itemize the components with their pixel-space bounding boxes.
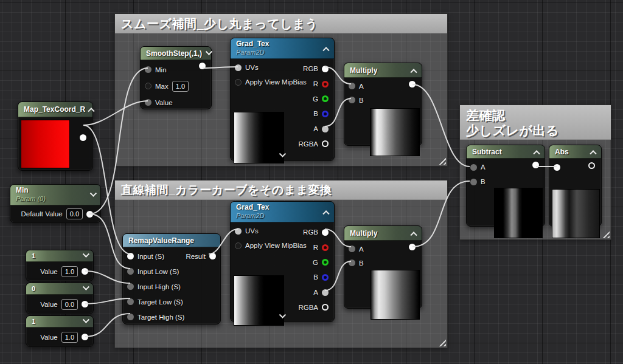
input-pin-a[interactable] [349,83,355,89]
collapse-chevron-up-icon[interactable] [410,232,417,238]
node-constant-one-b-header[interactable]: 1 [26,316,93,328]
output-pin-result[interactable] [409,244,416,250]
input-pin-mipbias[interactable] [235,242,242,249]
comment-linear-resize-handle-icon[interactable] [437,337,446,346]
node-gradtex-top[interactable]: Grad_Tex Param2D UVs Apply View MipBias … [230,38,335,161]
node-constant-zero-header[interactable]: 0 [26,283,93,295]
comment-diff-resize-handle-icon[interactable] [600,229,610,238]
output-pin-b[interactable] [322,111,329,117]
node-abs[interactable]: Abs [549,145,602,227]
output-pin-r[interactable] [322,244,329,251]
max-value-input[interactable]: 1.0 [172,81,189,92]
node-smoothstep[interactable]: SmoothStep(,1,) Min Max 1.0 Value [140,46,212,109]
input-pin-uvs[interactable] [235,228,242,235]
output-pin-result[interactable] [588,162,595,169]
input-pin-b[interactable] [470,179,477,185]
input-label-target-high: Target High (S) [137,314,184,321]
value-input[interactable]: 0.0 [61,299,78,310]
node-multiply-bottom[interactable]: Multiply A B [344,225,422,309]
input-pin-b[interactable] [349,97,355,103]
input-pin-target-high[interactable] [127,314,134,320]
collapse-chevron-up-icon[interactable] [322,47,329,53]
collapse-chevron-up-icon[interactable] [88,108,94,114]
value-input[interactable]: 1.0 [61,332,78,343]
input-pin-input-high[interactable] [127,283,134,290]
node-title: 0 [32,285,35,292]
comment-smooth-resize-handle-icon[interactable] [437,156,446,165]
node-map-texcoord-r[interactable]: Map_TexCoord_R [18,101,93,171]
node-gradtex-top-header[interactable]: Grad_Tex Param2D [231,38,334,59]
node-subtract-header[interactable]: Subtract [467,145,545,159]
output-pin-rgb[interactable] [322,229,329,236]
output-pin-result[interactable] [532,162,539,168]
input-pin-min[interactable] [145,66,151,73]
node-remapvaluerange-header[interactable]: RemapValueRange [123,234,220,247]
input-pin-input-low[interactable] [127,268,134,275]
output-pin-rgba[interactable] [322,140,329,147]
input-pin-target-low[interactable] [127,298,134,305]
collapse-chevron-down-icon[interactable] [83,284,89,290]
input-label-uvs: UVs [245,227,259,235]
comment-diff-title[interactable]: 差確認 少しズレが出る [460,105,611,140]
node-title: Grad_Tex [236,204,269,212]
input-pin-a[interactable] [470,164,477,171]
output-pin-texcoord[interactable] [80,134,86,141]
node-gradtex-bottom[interactable]: Grad_Tex Param2D UVs Apply View MipBias … [230,201,335,322]
input-pin-uvs[interactable] [235,64,242,71]
output-pin-g[interactable] [322,95,329,102]
input-pin-b[interactable] [349,259,355,266]
collapse-chevron-down-icon[interactable] [90,190,97,196]
output-pin-r[interactable] [322,81,329,88]
value-input[interactable]: 1.0 [61,266,78,277]
collapse-chevron-down-icon[interactable] [206,48,212,55]
input-label-value: Value [155,99,173,106]
node-multiply-top[interactable]: Multiply A B [344,63,422,146]
node-map-texcoord-r-header[interactable]: Map_TexCoord_R [18,102,92,117]
output-label-a: A [313,125,318,132]
input-pin-mipbias[interactable] [235,79,242,86]
collapse-chevron-up-icon[interactable] [322,210,329,217]
node-abs-header[interactable]: Abs [549,145,601,159]
node-constant-zero[interactable]: 0 Value 0.0 [26,283,94,314]
default-value-input[interactable]: 0.0 [66,208,83,219]
material-graph-canvas[interactable]: スムーズ補間_少し丸まってしまう 直線補間_カラーカーブをそのまま変換 差確認 … [0,0,623,364]
node-constant-one-b[interactable]: 1 Value 1.0 [26,315,94,347]
input-pin[interactable] [554,164,560,171]
output-pin[interactable] [82,268,88,275]
output-pin-a[interactable] [322,126,329,132]
collapse-chevron-up-icon[interactable] [590,150,596,157]
output-pin[interactable] [82,334,88,340]
node-remapvaluerange[interactable]: RemapValueRange Input (S) Result Input L… [122,233,221,325]
node-constant-one-a[interactable]: 1 Value 1.0 [26,250,94,281]
output-pin-a[interactable] [322,289,329,296]
collapse-chevron-down-icon[interactable] [83,251,89,258]
output-pin-min[interactable] [86,211,93,218]
collapse-chevron-up-icon[interactable] [410,69,417,75]
comment-smooth-title[interactable]: スムーズ補間_少し丸まってしまう [115,14,447,33]
output-pin[interactable] [82,301,88,307]
comment-linear-title[interactable]: 直線補間_カラーカーブをそのまま変換 [115,180,447,200]
node-multiply-bottom-header[interactable]: Multiply [344,226,422,241]
input-pin-value[interactable] [145,99,151,106]
output-pin-rgb[interactable] [322,66,329,72]
node-min-param-header[interactable]: Min Param (0) [10,185,100,205]
output-pin-result[interactable] [199,63,206,69]
node-multiply-top-header[interactable]: Multiply [344,63,422,78]
node-title: Subtract [472,148,502,156]
node-min-param[interactable]: Min Param (0) Default Value 0.0 [10,184,101,223]
collapse-chevron-down-icon[interactable] [83,317,89,323]
output-pin-result[interactable] [209,253,216,259]
node-title: Abs [555,148,569,156]
node-smoothstep-header[interactable]: SmoothStep(,1,) [141,47,211,60]
input-pin-max[interactable] [145,83,151,89]
output-pin-result[interactable] [409,81,416,88]
collapse-chevron-up-icon[interactable] [533,150,540,157]
node-constant-one-a-header[interactable]: 1 [26,250,93,262]
output-pin-g[interactable] [322,259,329,266]
output-pin-rgba[interactable] [322,304,329,311]
output-pin-b[interactable] [322,274,329,281]
input-pin-input[interactable] [127,253,134,259]
node-subtract[interactable]: Subtract A B [466,145,545,227]
node-gradtex-bottom-header[interactable]: Grad_Tex Param2D [231,202,334,222]
input-pin-a[interactable] [349,246,355,252]
